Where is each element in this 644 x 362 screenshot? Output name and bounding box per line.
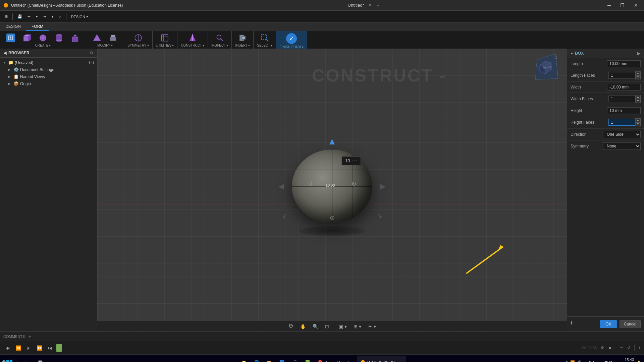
edit-icon[interactable]: ✏ bbox=[620, 346, 623, 350]
width-faces-input[interactable] bbox=[608, 96, 635, 102]
search-taskbar-btn[interactable]: 🔍 bbox=[18, 356, 32, 362]
spin-up-btn[interactable]: ▲ bbox=[635, 95, 641, 99]
rotate-handle-left[interactable]: ↺ bbox=[308, 180, 313, 188]
taskbar-app-misc3[interactable]: 🎵 bbox=[289, 356, 301, 362]
expand-icon[interactable]: ⟩ bbox=[639, 346, 640, 350]
tree-item-named-views[interactable]: ▶ 📋 Named Views bbox=[0, 73, 97, 80]
redo-button[interactable]: ↪ bbox=[41, 13, 48, 20]
arrow-right[interactable]: ▶ bbox=[380, 182, 386, 191]
insert-tool-btn[interactable] bbox=[235, 33, 250, 43]
timeline-marker[interactable] bbox=[56, 344, 62, 352]
utilities-tool-btn[interactable] bbox=[157, 33, 172, 43]
home-button[interactable]: ⌂ bbox=[57, 13, 63, 20]
settings-icon[interactable]: ⚙ bbox=[601, 346, 604, 350]
length-faces-input[interactable] bbox=[608, 72, 635, 79]
collapse-icon[interactable]: ◀ bbox=[3, 51, 6, 55]
box-tool-btn[interactable] bbox=[19, 33, 34, 43]
zoom-btn[interactable]: 🔍 bbox=[311, 323, 320, 330]
create-tool-btn[interactable] bbox=[3, 33, 18, 43]
create-label[interactable]: CREATE ▾ bbox=[35, 44, 51, 47]
taskbar-app-fusion[interactable]: 🟠 Untitled* (ChiefDesi... bbox=[357, 356, 406, 362]
spin-up-btn[interactable]: ▲ bbox=[635, 71, 641, 75]
construct-tool-btn[interactable] bbox=[185, 33, 200, 43]
height-faces-input[interactable] bbox=[608, 119, 635, 126]
extrude-btn[interactable] bbox=[106, 33, 120, 43]
taskbar-app-misc1[interactable]: 📂 bbox=[264, 356, 275, 362]
arrow-left[interactable]: ◀ bbox=[278, 182, 284, 191]
add-comment-btn[interactable]: ＋ bbox=[28, 334, 32, 340]
arrow-bottom-right[interactable]: ↘ bbox=[376, 211, 382, 220]
rotate-handle-right[interactable]: ↻ bbox=[351, 180, 356, 188]
info-icon[interactable]: ℹ bbox=[93, 60, 94, 65]
tooltip-menu-btn[interactable]: ⋯ bbox=[352, 158, 357, 164]
insert-label[interactable]: INSERT ▾ bbox=[235, 44, 250, 47]
move-icon[interactable]: ⊕ bbox=[330, 214, 335, 222]
tab-form[interactable]: FORM bbox=[26, 23, 49, 31]
design-button[interactable]: DESIGN ▾ bbox=[69, 13, 90, 20]
maximize-button[interactable]: ❐ bbox=[618, 2, 627, 9]
cube-navigator[interactable]: Z FRONT bbox=[533, 55, 560, 82]
ok-button[interactable]: OK bbox=[600, 320, 616, 328]
cube-nav-inner[interactable]: FRONT bbox=[535, 54, 558, 80]
select-label[interactable]: SELECT ▾ bbox=[257, 44, 272, 47]
more-tools-btn[interactable] bbox=[68, 33, 83, 43]
skip-to-start-btn[interactable]: ⏮ bbox=[4, 345, 11, 351]
spin-down-btn[interactable]: ▼ bbox=[635, 99, 641, 103]
direction-select[interactable]: One Side Two Sides Symmetric bbox=[603, 131, 641, 138]
minimize-button[interactable]: ─ bbox=[605, 2, 613, 9]
taskbar-app-misc4[interactable]: 🟩 bbox=[302, 356, 313, 362]
viewport[interactable]: CONSTRUCT - ▲ ◀ ▶ ↺ ↻ 10.00 bbox=[97, 49, 567, 331]
symmetry-select[interactable]: None Local Global bbox=[603, 142, 641, 150]
taskbar-app-chrome[interactable]: 🌐 bbox=[251, 356, 262, 362]
spin-down-btn[interactable]: ▼ bbox=[635, 75, 641, 79]
tree-item-origin[interactable]: ▶ 📦 Origin bbox=[0, 80, 97, 87]
display-mode-btn[interactable]: ▣ ▾ bbox=[337, 323, 349, 330]
cancel-button[interactable]: Cancel bbox=[620, 320, 641, 328]
fit-btn[interactable]: ⊡ bbox=[323, 323, 331, 330]
info-button[interactable]: ℹ bbox=[571, 320, 572, 328]
taskbar-app-explorer[interactable]: 📁 bbox=[238, 356, 250, 362]
step-back-btn[interactable]: ⏪ bbox=[14, 345, 22, 351]
arrow-bottom-left[interactable]: ↙ bbox=[282, 211, 288, 220]
save-button[interactable]: 💾 bbox=[15, 13, 24, 20]
modify-tool-btn[interactable] bbox=[90, 33, 104, 43]
finish-form-btn[interactable]: ✓ bbox=[283, 33, 300, 45]
inspect-label[interactable]: INSPECT ▾ bbox=[211, 44, 228, 47]
new-tab-btn[interactable]: ＋ bbox=[376, 3, 380, 8]
history-icon[interactable]: ↺ bbox=[627, 346, 630, 350]
up-arrow-icon[interactable]: ⌃ bbox=[565, 360, 568, 362]
grid-btn[interactable]: ⊞ ▾ bbox=[352, 323, 363, 330]
play-btn[interactable]: ⏵ bbox=[25, 345, 33, 351]
arrow-up[interactable]: ▲ bbox=[327, 136, 337, 147]
height-input[interactable] bbox=[607, 107, 641, 114]
tab-close[interactable]: ✕ bbox=[368, 3, 372, 8]
pan-btn[interactable]: ✋ bbox=[298, 323, 308, 330]
modify-label[interactable]: MODIFY ▾ bbox=[97, 44, 113, 47]
panel-toggle-btn[interactable]: ▶ bbox=[637, 51, 641, 56]
utilities-label[interactable]: UTILITIES ▾ bbox=[156, 44, 174, 47]
sphere-tool-btn[interactable] bbox=[36, 33, 50, 43]
clock-display[interactable]: 15:43 2024/11/09 bbox=[615, 357, 634, 362]
tree-item-unsaved[interactable]: ▼ 📁 (Unsaved) 👁 ℹ bbox=[0, 59, 97, 66]
symmetry-tool-btn[interactable] bbox=[131, 33, 146, 43]
task-view-btn[interactable]: ⧉ bbox=[34, 356, 47, 362]
construct-label[interactable]: CONSTRUCT ▾ bbox=[181, 44, 204, 47]
undo-arrow-button[interactable]: ▾ bbox=[34, 13, 40, 20]
step-forward-btn[interactable]: ⏩ bbox=[35, 345, 44, 351]
visibility-icon[interactable]: 👁 bbox=[88, 61, 92, 65]
width-input[interactable] bbox=[607, 84, 641, 90]
skip-to-end-btn[interactable]: ⏭ bbox=[46, 345, 54, 351]
taskbar-app-misc2[interactable]: 🟦 bbox=[276, 356, 288, 362]
symmetry-label[interactable]: SYMMETRY ▾ bbox=[127, 44, 149, 47]
tree-item-doc-settings[interactable]: ▶ ⚙️ Document Settings bbox=[0, 66, 97, 73]
select-tool-btn[interactable] bbox=[257, 33, 272, 43]
length-input[interactable] bbox=[607, 60, 641, 67]
undo-button[interactable]: ↩ bbox=[25, 13, 33, 20]
cylinder-tool-btn[interactable] bbox=[52, 33, 66, 43]
redo-arrow-button[interactable]: ▾ bbox=[50, 13, 56, 20]
view-orbit-btn[interactable] bbox=[286, 322, 296, 330]
network-icon[interactable]: 📶 bbox=[570, 360, 575, 362]
speaker-icon[interactable]: 🔊 bbox=[577, 360, 582, 362]
tab-design[interactable]: DESIGN bbox=[0, 23, 26, 31]
inspect-tool-btn[interactable] bbox=[212, 33, 227, 43]
